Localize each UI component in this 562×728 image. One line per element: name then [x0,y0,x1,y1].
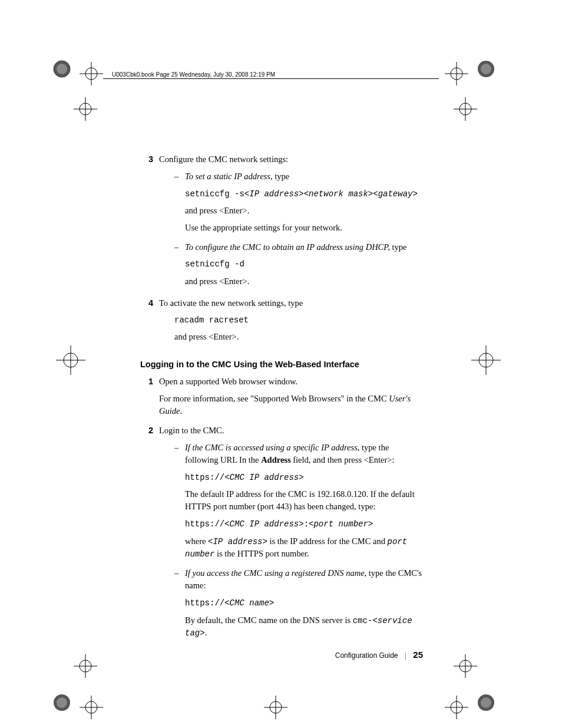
crop-mark-icon [74,654,109,690]
svg-point-30 [57,697,67,708]
crop-mark-icon [74,97,109,133]
crop-mark-icon [56,345,91,381]
header-rule [103,78,439,79]
after-text: type [390,242,407,252]
crop-mark-icon [474,57,510,93]
crop-mark-icon [454,654,489,690]
step-number: 3 [140,153,159,295]
substep: – To configure the CMC to obtain an IP a… [159,241,423,292]
note-text: . [205,628,207,637]
substep: – To set a static IP address, type setni… [159,170,423,239]
crop-mark-icon [474,691,510,726]
section-heading: Logging in to the CMC Using the Web-Base… [140,358,423,371]
step-text: Configure the CMC network settings: [159,153,423,166]
url-text: https:// [185,519,224,529]
where-text: is the IP address for the CMC and [267,536,388,546]
dash-icon: – [174,241,185,292]
step-text: To activate the new network settings, ty… [159,297,423,309]
crop-mark-icon [80,696,115,728]
step-3: 3 Configure the CMC network settings: – … [140,153,423,295]
url-text: https:// [185,473,224,482]
lead-text: If the CMC is accessed using a specific … [185,443,358,452]
dash-icon: – [174,170,185,239]
step-number: 4 [140,297,159,348]
note-text: Use the appropriate settings for your ne… [185,222,423,234]
press-text: and press <Enter>. [185,205,423,217]
command-text: setniccfg -s [185,189,244,199]
lead-text: To set a static IP address [185,172,270,181]
step-number: 2 [140,424,159,646]
footer-title: Configuration Guide [335,651,398,660]
dash-icon: – [174,567,185,644]
placeholder: <IP address> [208,537,267,546]
crop-mark-icon [264,696,299,728]
more-text: . [180,406,182,416]
page-footer: Configuration Guide | 25 [140,648,423,661]
url-placeholder: <CMC IP address> [224,519,303,529]
lead-text: To configure the CMC to obtain an IP add… [185,242,390,252]
page-number: 25 [413,650,423,660]
note-text: By default, the CMC name on the DNS serv… [185,615,353,625]
url-placeholder: <CMC name> [224,598,274,608]
svg-point-10 [481,64,491,74]
where-text: is the HTTPS port number. [214,549,309,558]
svg-point-41 [481,697,491,708]
press-text: and press <Enter>. [185,275,423,288]
url-placeholder: <CMC IP address> [224,473,303,482]
footer-sep: | [405,651,406,660]
command-args: <IP address><network mask><gateway> [244,189,418,199]
lead-text: If you access the CMC using a registered… [185,568,365,578]
after-text: field, and then press <Enter>: [291,455,395,465]
crop-mark-icon [471,345,507,381]
crop-mark-icon [80,62,115,97]
step-text: Open a supported Web browser window. [159,375,423,388]
page-body: 3 Configure the CMC network settings: – … [140,153,423,648]
dash-icon: – [174,442,185,565]
step-text: Login to the CMC. [159,424,423,437]
substep: – If you access the CMC using a register… [159,567,423,644]
step-number: 1 [140,375,159,422]
bold-text: Address [261,455,291,465]
url-sep: : [304,519,309,529]
code-text: cmc-< [353,616,378,625]
url-text: https:// [185,598,224,608]
svg-point-2 [57,64,67,74]
command-text: setniccfg -d [185,258,423,270]
where-text: where [185,536,208,546]
step-2: 2 Login to the CMC. – If the CMC is acce… [140,424,423,646]
command-text: racadm racreset [159,314,423,326]
code-text: > [200,628,204,638]
note-text: The default IP address for the CMC is 19… [185,488,423,513]
crop-mark-icon [454,97,489,133]
url-placeholder: <port number> [309,519,373,529]
press-text: and press <Enter>. [159,331,423,343]
step-1: 1 Open a supported Web browser window. F… [140,375,423,422]
more-text: For more information, see "Supported Web… [159,394,389,403]
after-text: , type [270,172,289,181]
substep: – If the CMC is accessed using a specifi… [159,442,423,565]
step-4: 4 To activate the new network settings, … [140,297,423,348]
